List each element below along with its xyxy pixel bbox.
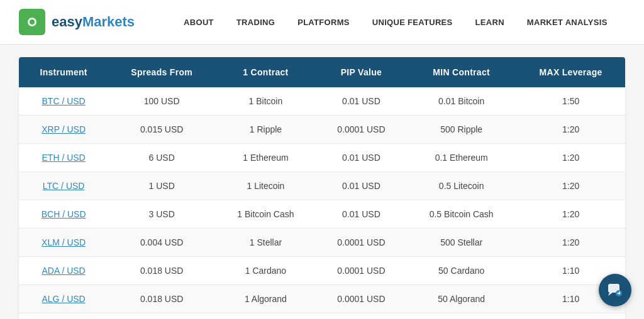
- data-cell: 0.01 USD: [316, 200, 406, 229]
- instrument-cell[interactable]: BTC / USD: [19, 87, 108, 116]
- svg-point-2: [30, 19, 35, 24]
- nav-item-learn[interactable]: LEARN: [464, 0, 516, 45]
- header: easyMarkets ABOUTTRADINGPLATFORMSUNIQUE …: [0, 0, 644, 45]
- table-column-header: Spreads From: [108, 57, 215, 87]
- data-cell: 0.004 USD: [108, 229, 215, 257]
- table-header-row: InstrumentSpreads From1 ContractPIP Valu…: [19, 57, 625, 87]
- data-cell: 100 USD: [108, 87, 215, 116]
- data-cell: 0.01 Bitcoin: [406, 87, 516, 116]
- table-column-header: Instrument: [19, 57, 108, 87]
- data-cell: 1:20: [516, 144, 625, 172]
- data-cell: 1 Bitcoin: [215, 87, 316, 116]
- svg-marker-4: [608, 293, 613, 296]
- svg-rect-7: [619, 291, 620, 295]
- data-cell: 1.80 USD: [108, 313, 215, 320]
- data-cell: 1:20: [516, 200, 625, 229]
- data-cell: 0.5 Litecoin: [406, 172, 516, 200]
- crypto-table: InstrumentSpreads From1 ContractPIP Valu…: [19, 57, 625, 319]
- data-cell: 1:20: [516, 229, 625, 257]
- data-cell: 1 Solana: [215, 313, 316, 320]
- logo-brand: easyMarkets: [52, 14, 135, 30]
- data-cell: 6 USD: [108, 144, 215, 172]
- data-cell: 0.0001 USD: [316, 285, 406, 313]
- table-row: SOL / USD1.80 USD1 Solana0.01 USD1 Solan…: [19, 313, 625, 320]
- instrument-cell[interactable]: ALG / USD: [19, 285, 108, 313]
- instrument-cell[interactable]: ETH / USD: [19, 144, 108, 172]
- instrument-cell[interactable]: ADA / USD: [19, 257, 108, 285]
- data-cell: 1 Litecoin: [215, 172, 316, 200]
- instrument-cell[interactable]: XRP / USD: [19, 116, 108, 144]
- logo-icon: [19, 9, 45, 35]
- data-cell: 500 Stellar: [406, 229, 516, 257]
- data-cell: 0.015 USD: [108, 116, 215, 144]
- table-row: BTC / USD100 USD1 Bitcoin0.01 USD0.01 Bi…: [19, 87, 625, 116]
- instrument-cell[interactable]: LTC / USD: [19, 172, 108, 200]
- nav-item-market-analysis[interactable]: MARKET ANALYSIS: [516, 0, 619, 45]
- data-cell: 0.0001 USD: [316, 229, 406, 257]
- data-cell: 1 Stellar: [215, 229, 316, 257]
- data-cell: 0.0001 USD: [316, 116, 406, 144]
- data-cell: 1:50: [516, 87, 625, 116]
- data-cell: 0.018 USD: [108, 257, 215, 285]
- data-cell: 0.01 USD: [316, 313, 406, 320]
- table-row: ADA / USD0.018 USD1 Cardano0.0001 USD50 …: [19, 257, 625, 285]
- crypto-table-wrapper: InstrumentSpreads From1 ContractPIP Valu…: [19, 57, 625, 319]
- data-cell: 1 Ripple: [215, 116, 316, 144]
- table-row: ALG / USD0.018 USD1 Algorand0.0001 USD50…: [19, 285, 625, 313]
- table-column-header: PIP Value: [316, 57, 406, 87]
- main-content: InstrumentSpreads From1 ContractPIP Valu…: [0, 45, 644, 319]
- data-cell: 0.01 USD: [316, 172, 406, 200]
- table-column-header: MAX Leverage: [516, 57, 625, 87]
- data-cell: 0.0001 USD: [316, 257, 406, 285]
- nav-item-platforms[interactable]: PLATFORMS: [286, 0, 361, 45]
- data-cell: 1 Ethereum: [215, 144, 316, 172]
- data-cell: 0.1 Ethereum: [406, 144, 516, 172]
- logo-text-area: easyMarkets: [52, 14, 135, 30]
- table-row: XRP / USD0.015 USD1 Ripple0.0001 USD500 …: [19, 116, 625, 144]
- logo-area: easyMarkets: [19, 9, 135, 35]
- table-row: BCH / USD3 USD1 Bitcoin Cash0.01 USD0.5 …: [19, 200, 625, 229]
- chat-button[interactable]: [599, 274, 631, 306]
- data-cell: 0.01 USD: [316, 87, 406, 116]
- data-cell: 3 USD: [108, 200, 215, 229]
- data-cell: 1:20: [516, 116, 625, 144]
- data-cell: 0.018 USD: [108, 285, 215, 313]
- data-cell: 1 Bitcoin Cash: [215, 200, 316, 229]
- instrument-cell[interactable]: XLM / USD: [19, 229, 108, 257]
- data-cell: 50 Cardano: [406, 257, 516, 285]
- data-cell: 0.5 Bitcoin Cash: [406, 200, 516, 229]
- table-column-header: 1 Contract: [215, 57, 316, 87]
- data-cell: 1 USD: [108, 172, 215, 200]
- nav-item-about[interactable]: ABOUT: [172, 0, 225, 45]
- data-cell: 500 Ripple: [406, 116, 516, 144]
- data-cell: 1 Cardano: [215, 257, 316, 285]
- data-cell: 1 Algorand: [215, 285, 316, 313]
- table-body: BTC / USD100 USD1 Bitcoin0.01 USD0.01 Bi…: [19, 87, 625, 319]
- nav-item-unique-features[interactable]: UNIQUE FEATURES: [361, 0, 464, 45]
- table-row: LTC / USD1 USD1 Litecoin0.01 USD0.5 Lite…: [19, 172, 625, 200]
- table-column-header: MIN Contract: [406, 57, 516, 87]
- main-nav: ABOUTTRADINGPLATFORMSUNIQUE FEATURESLEAR…: [172, 0, 619, 45]
- data-cell: 1 Solana: [406, 313, 516, 320]
- table-row: ETH / USD6 USD1 Ethereum0.01 USD0.1 Ethe…: [19, 144, 625, 172]
- data-cell: 50 Algorand: [406, 285, 516, 313]
- nav-item-trading[interactable]: TRADING: [225, 0, 286, 45]
- data-cell: 1:20: [516, 172, 625, 200]
- instrument-cell[interactable]: BCH / USD: [19, 200, 108, 229]
- data-cell: 1:10: [516, 313, 625, 320]
- table-header: InstrumentSpreads From1 ContractPIP Valu…: [19, 57, 625, 87]
- instrument-cell[interactable]: SOL / USD: [19, 313, 108, 320]
- table-row: XLM / USD0.004 USD1 Stellar0.0001 USD500…: [19, 229, 625, 257]
- data-cell: 0.01 USD: [316, 144, 406, 172]
